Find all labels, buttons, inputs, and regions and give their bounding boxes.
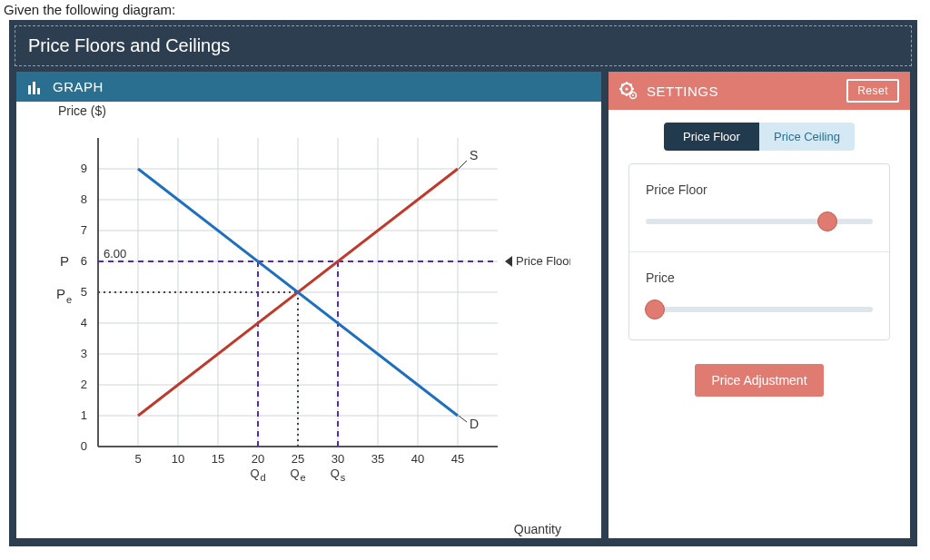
svg-text:6: 6 xyxy=(81,254,87,268)
floor-control: Price Floor xyxy=(629,164,889,251)
svg-text:2: 2 xyxy=(81,378,87,391)
svg-text:S: S xyxy=(470,148,478,162)
app-title: Price Floors and Ceilings xyxy=(15,25,912,66)
mode-toggle: Price Floor Price Ceiling xyxy=(664,123,855,151)
q-sub-labels: Qd Qe Qs xyxy=(250,467,345,483)
y-axis-title: Price ($) xyxy=(58,103,106,118)
svg-line-21 xyxy=(459,161,467,169)
svg-text:1: 1 xyxy=(81,408,87,422)
floor-slider-thumb[interactable] xyxy=(817,211,837,231)
floor-label-text: Price Floor xyxy=(516,254,570,268)
svg-text:0: 0 xyxy=(81,439,87,453)
graph-panel: GRAPH Price ($) xyxy=(16,72,601,538)
p-label: P xyxy=(60,253,69,269)
gear-icon xyxy=(619,82,638,100)
controls-box: Price Floor Price xyxy=(628,163,890,340)
p-value-text: 6.00 xyxy=(104,247,126,260)
svg-line-53 xyxy=(622,84,624,86)
svg-text:25: 25 xyxy=(292,452,304,466)
floor-slider[interactable] xyxy=(646,219,873,224)
svg-text:Qs: Qs xyxy=(331,467,346,483)
d-label: D xyxy=(459,416,479,431)
settings-header-label: SETTINGS xyxy=(647,84,718,99)
svg-text:4: 4 xyxy=(81,316,87,329)
svg-rect-1 xyxy=(33,82,35,94)
svg-line-56 xyxy=(630,84,632,86)
price-adjustment-button[interactable]: Price Adjustment xyxy=(695,364,823,397)
floor-pointer-icon xyxy=(505,256,512,267)
reset-button[interactable]: Reset xyxy=(846,79,899,103)
svg-text:20: 20 xyxy=(252,452,264,466)
svg-text:D: D xyxy=(470,417,479,431)
svg-text:3: 3 xyxy=(81,347,87,360)
floor-control-label: Price Floor xyxy=(646,182,873,197)
svg-text:9: 9 xyxy=(81,162,87,175)
svg-text:Qd: Qd xyxy=(250,467,265,483)
settings-header: SETTINGS Reset xyxy=(608,72,910,110)
svg-text:8: 8 xyxy=(81,192,87,206)
x-axis-title: Quantity xyxy=(514,522,561,536)
price-control: Price xyxy=(629,251,889,339)
mode-price-ceiling[interactable]: Price Ceiling xyxy=(759,123,855,151)
graph-header: GRAPH xyxy=(16,72,601,102)
svg-text:40: 40 xyxy=(411,452,424,466)
svg-rect-0 xyxy=(28,85,31,94)
x-ticks: 5 10 15 20 25 30 35 40 45 xyxy=(134,452,464,466)
price-slider-thumb[interactable] xyxy=(645,300,665,319)
svg-rect-2 xyxy=(37,88,40,94)
svg-line-55 xyxy=(622,93,624,94)
bar-chart-icon xyxy=(27,80,44,94)
s-label: S xyxy=(459,148,478,169)
svg-text:45: 45 xyxy=(451,452,464,466)
mode-price-floor[interactable]: Price Floor xyxy=(664,123,759,151)
svg-text:Qe: Qe xyxy=(290,467,305,483)
price-slider[interactable] xyxy=(646,307,873,312)
graph-header-label: GRAPH xyxy=(53,79,104,94)
svg-text:15: 15 xyxy=(212,452,224,466)
svg-text:35: 35 xyxy=(371,452,384,466)
app-frame: Price Floors and Ceilings GRAPH Price ($ xyxy=(9,20,917,546)
svg-line-23 xyxy=(459,416,467,422)
svg-text:10: 10 xyxy=(172,452,184,466)
graph-body: Price ($) xyxy=(16,102,601,538)
y-ticks: 0 1 2 3 4 5 6 7 8 9 xyxy=(81,162,87,453)
settings-body: Price Floor Price Ceiling Price Floor Pr… xyxy=(608,110,910,538)
settings-panel: SETTINGS Reset Price Floor Price Ceiling… xyxy=(608,72,910,538)
svg-text:30: 30 xyxy=(331,452,344,466)
price-control-label: Price xyxy=(646,270,873,285)
svg-text:5: 5 xyxy=(81,285,87,299)
svg-text:7: 7 xyxy=(81,223,87,237)
svg-text:5: 5 xyxy=(134,452,141,466)
pe-label: Pe xyxy=(56,286,72,305)
chart-svg: S D Price Floor P Pe xyxy=(44,111,570,492)
prompt-text: Given the following diagram: xyxy=(4,2,175,17)
svg-point-58 xyxy=(632,94,634,96)
svg-point-48 xyxy=(626,88,628,91)
